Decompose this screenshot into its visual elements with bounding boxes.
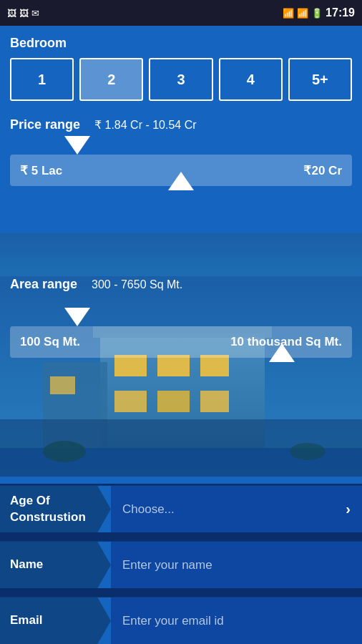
price-range-label: Price range bbox=[10, 117, 80, 133]
name-input-cell[interactable]: Enter your name bbox=[111, 542, 362, 588]
svg-rect-7 bbox=[114, 391, 147, 412]
gap-1 bbox=[0, 534, 362, 540]
image-icon: 🖼 bbox=[7, 8, 16, 19]
bedroom-options: 1 2 3 4 5+ bbox=[10, 58, 352, 101]
image-icon2: 🖼 bbox=[19, 8, 29, 19]
price-min-label: ₹ 5 Lac bbox=[20, 163, 62, 178]
svg-rect-11 bbox=[50, 376, 75, 394]
email-placeholder: Enter your email id bbox=[122, 614, 351, 628]
area-max-arrow-up bbox=[269, 343, 295, 362]
name-label-cell: Name bbox=[0, 542, 111, 588]
price-max-label: ₹20 Cr bbox=[303, 163, 342, 178]
signal-icon: 📶 bbox=[297, 8, 308, 19]
gmail-icon: ✉ bbox=[31, 8, 39, 19]
price-range-value: ₹ 1.84 Cr - 10.54 Cr bbox=[94, 118, 197, 132]
area-slider-track[interactable]: 100 Sq Mt. 10 thousand Sq Mt. bbox=[10, 326, 352, 358]
name-label: Name bbox=[10, 557, 43, 572]
form-sections: Age Of Construstion Choose... › Name Ent… bbox=[0, 484, 362, 644]
area-slider-container[interactable]: 100 Sq Mt. 10 thousand Sq Mt. bbox=[0, 305, 362, 365]
area-range-label: Area range bbox=[10, 276, 77, 293]
age-label-cell: Age Of Construstion bbox=[0, 486, 111, 532]
email-input-cell[interactable]: Enter your email id bbox=[111, 597, 362, 644]
price-min-arrow-down bbox=[64, 136, 90, 155]
age-arrow-icon: › bbox=[346, 501, 351, 517]
price-slider-container[interactable]: ₹ 5 Lac ₹20 Cr bbox=[0, 133, 362, 193]
wifi-icon: 📶 bbox=[283, 8, 294, 19]
bedroom-btn-3[interactable]: 3 bbox=[149, 58, 212, 101]
price-slider-track[interactable]: ₹ 5 Lac ₹20 Cr bbox=[10, 155, 352, 186]
bedroom-btn-2[interactable]: 2 bbox=[79, 58, 143, 101]
bedroom-btn-1[interactable]: 1 bbox=[10, 58, 74, 101]
age-placeholder: Choose... bbox=[122, 502, 338, 517]
gap-2 bbox=[0, 590, 362, 595]
main-content: Bedroom 1 2 3 4 5+ Price range ₹ 1.84 Cr… bbox=[0, 26, 362, 644]
svg-rect-9 bbox=[200, 391, 229, 412]
bedroom-label: Bedroom bbox=[10, 36, 352, 51]
area-range-section: Area range 300 - 7650 Sq Mt. bbox=[0, 276, 362, 293]
status-bar: 🖼 🖼 ✉ 📶 📶 🔋 17:19 bbox=[0, 0, 362, 26]
age-of-construction-row[interactable]: Age Of Construstion Choose... › bbox=[0, 485, 362, 532]
battery-icon: 🔋 bbox=[311, 8, 323, 19]
area-min-label: 100 Sq Mt. bbox=[20, 335, 80, 349]
svg-rect-8 bbox=[157, 391, 190, 412]
clock: 17:19 bbox=[326, 6, 355, 19]
email-row[interactable]: Email Enter your email id bbox=[0, 597, 362, 644]
system-icons: 📶 📶 🔋 17:19 bbox=[283, 6, 355, 19]
name-placeholder: Enter your name bbox=[122, 558, 351, 572]
email-label-cell: Email bbox=[0, 597, 111, 644]
age-input-cell[interactable]: Choose... › bbox=[111, 486, 362, 532]
name-row[interactable]: Name Enter your name bbox=[0, 541, 362, 588]
bedroom-btn-4[interactable]: 4 bbox=[219, 58, 283, 101]
email-label: Email bbox=[10, 613, 42, 628]
status-icons: 🖼 🖼 ✉ bbox=[7, 8, 39, 19]
age-label: Age Of Construstion bbox=[10, 493, 101, 525]
area-min-arrow-down bbox=[64, 308, 90, 326]
bedroom-btn-5plus[interactable]: 5+ bbox=[288, 58, 352, 101]
svg-rect-14 bbox=[0, 419, 362, 477]
bedroom-section: Bedroom 1 2 3 4 5+ bbox=[0, 26, 362, 108]
price-range-section: Price range ₹ 1.84 Cr - 10.54 Cr bbox=[0, 108, 362, 133]
price-max-arrow-up bbox=[168, 172, 194, 190]
area-range-value: 300 - 7650 Sq Mt. bbox=[92, 278, 182, 291]
